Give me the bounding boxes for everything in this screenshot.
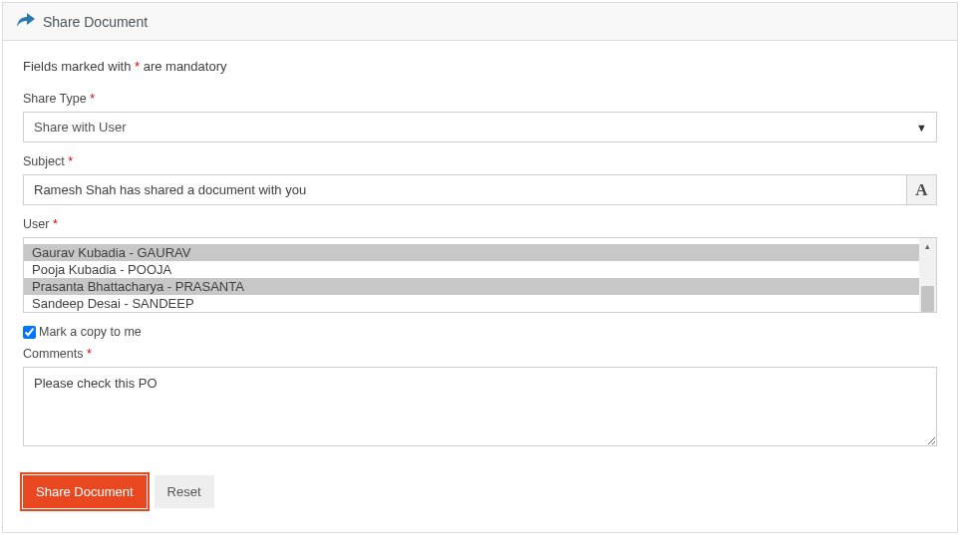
- mandatory-suffix: are mandatory: [140, 59, 226, 74]
- share-type-group: Share Type * Share with User ▼: [23, 92, 937, 142]
- label-text: User: [23, 217, 49, 231]
- share-type-select-wrap: Share with User ▼: [23, 112, 937, 142]
- mark-copy-row: Mark a copy to me: [23, 325, 937, 339]
- mandatory-prefix: Fields marked with: [23, 59, 135, 74]
- required-star: *: [68, 154, 73, 168]
- subject-group: Subject * A: [23, 154, 937, 205]
- required-star: *: [90, 92, 95, 106]
- user-item[interactable]: Pooja Kubadia - POOJA: [24, 261, 919, 278]
- panel-title: Share Document: [43, 14, 148, 30]
- mark-copy-label: Mark a copy to me: [39, 325, 142, 339]
- user-group: User * — — — — — — — Gaurav Kubadia - GA…: [23, 217, 937, 313]
- label-text: Share Type: [23, 92, 87, 106]
- scroll-up-icon[interactable]: ▴: [919, 238, 936, 254]
- comments-label: Comments *: [23, 347, 937, 361]
- subject-row: A: [23, 174, 937, 205]
- required-star: *: [87, 347, 92, 361]
- share-document-button[interactable]: Share Document: [23, 475, 147, 508]
- panel-body: Fields marked with * are mandatory Share…: [3, 41, 957, 532]
- font-button[interactable]: A: [907, 174, 937, 205]
- mark-copy-checkbox[interactable]: [23, 326, 36, 339]
- share-type-select[interactable]: Share with User: [23, 112, 937, 142]
- user-scrollbar[interactable]: ▴: [919, 238, 936, 312]
- required-star: *: [53, 217, 58, 231]
- user-label: User *: [23, 217, 937, 231]
- share-forward-icon: [17, 13, 35, 30]
- user-item[interactable]: Prasanta Bhattacharya - PRASANTA: [24, 278, 919, 295]
- mandatory-note: Fields marked with * are mandatory: [23, 59, 937, 74]
- share-type-label: Share Type *: [23, 92, 937, 106]
- comments-textarea[interactable]: [23, 367, 937, 446]
- user-listbox[interactable]: — — — — — — — Gaurav Kubadia - GAURAV Po…: [23, 237, 937, 313]
- reset-button[interactable]: Reset: [155, 475, 214, 508]
- user-item[interactable]: Sandeep Desai - SANDEEP: [24, 295, 919, 312]
- user-item[interactable]: Gaurav Kubadia - GAURAV: [24, 244, 919, 261]
- subject-label: Subject *: [23, 154, 937, 168]
- label-text: Comments: [23, 347, 83, 361]
- subject-input[interactable]: [23, 174, 907, 205]
- panel-header: Share Document: [3, 3, 957, 41]
- user-list: — — — — — — — Gaurav Kubadia - GAURAV Po…: [24, 238, 919, 312]
- comments-group: Comments *: [23, 347, 937, 449]
- button-row: Share Document Reset: [23, 475, 937, 508]
- scroll-thumb[interactable]: [921, 286, 934, 312]
- user-item-cutoff: — — — — — — —: [24, 238, 919, 244]
- label-text: Subject: [23, 154, 65, 168]
- share-document-panel: Share Document Fields marked with * are …: [2, 2, 958, 533]
